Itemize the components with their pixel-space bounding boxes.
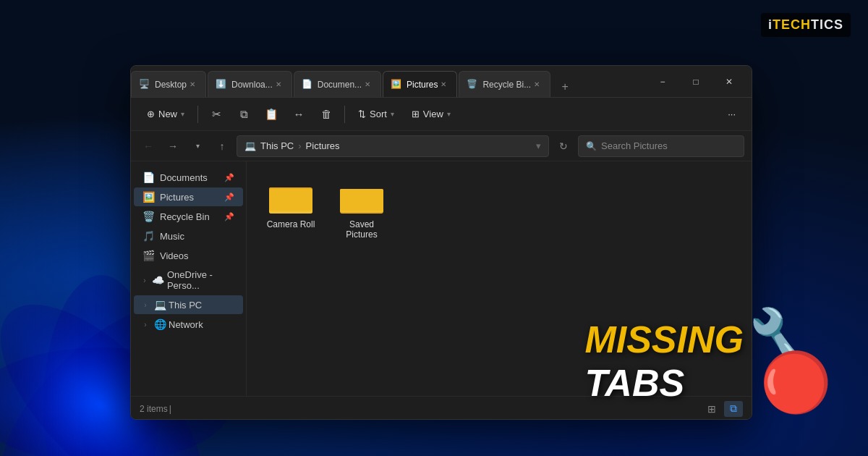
details-view-toggle[interactable]: ⊞ [702,401,721,417]
copy-button[interactable]: ⧉ [231,103,256,126]
network-icon: 🌐 [154,318,166,330]
tab-documents-label: Documen... [318,80,362,90]
view-label: View [423,109,443,119]
titlebar: 🖥️ Desktop ✕ ⬇️ Downloa... ✕ 📄 Documen..… [131,66,752,98]
documents-pin-icon: 📌 [224,173,234,182]
recent-button[interactable]: ▾ [187,136,208,156]
sidebar-item-music[interactable]: 🎵 Music [134,227,243,245]
delete-icon: 🗑 [321,108,332,120]
camera-roll-label: Camera Roll [267,219,315,229]
sidebar-group-network[interactable]: › 🌐 Network [134,315,243,334]
sidebar-item-documents[interactable]: 📄 Documents 📌 [134,168,243,187]
tab-recycle-label: Recycle Bi... [482,80,531,90]
statusbar-right: ⊞ ⧉ [702,401,743,417]
tab-desktop[interactable]: 🖥️ Desktop ✕ [131,71,206,97]
address-pictures: Pictures [306,140,340,151]
recycle-sidebar-icon: 🗑️ [142,211,154,222]
onedrive-expand-icon: › [140,274,150,286]
tab-documents[interactable]: 📄 Documen... ✕ [294,71,381,97]
sort-chevron: ▾ [391,110,394,118]
tab-downloads[interactable]: ⬇️ Downloa... ✕ [208,71,292,97]
window-controls: − □ ✕ [640,66,752,97]
sidebar-item-recycle[interactable]: 🗑️ Recycle Bin 📌 [134,207,243,226]
sidebar-item-videos[interactable]: 🎬 Videos [134,246,243,265]
search-icon: 🔍 [586,141,597,151]
add-tab-button[interactable]: + [555,77,575,97]
search-box[interactable]: 🔍 Search Pictures [578,135,744,157]
tab-recycle[interactable]: 🗑️ Recycle Bi... ✕ [459,71,550,97]
address-box[interactable]: 💻 This PC › Pictures ▾ [237,135,549,157]
address-thispc: This PC [260,140,294,151]
address-chevron-icon: ▾ [536,140,541,151]
toolbar-sep-2 [344,106,345,123]
sidebar-group-onedrive-label: OneDrive - Perso... [167,269,237,291]
address-bar: ← → ▾ ↑ 💻 This PC › Pictures ▾ ↻ 🔍 Searc… [131,131,752,161]
tab-pictures-close[interactable]: ✕ [438,79,449,90]
more-button[interactable]: ··· [720,105,743,123]
network-expand-icon: › [140,318,151,330]
tab-recycle-close[interactable]: ✕ [531,79,542,90]
thispc-expand-icon: › [140,299,151,311]
cursor-indicator: | [169,404,171,414]
back-button[interactable]: ← [138,136,158,156]
pictures-tab-icon: 🖼️ [391,79,402,90]
logo: iTECHTICS [761,13,851,37]
sidebar-item-videos-label: Videos [160,250,189,261]
sidebar-group-onedrive[interactable]: › ☁️ OneDrive - Perso... [134,266,243,295]
refresh-button[interactable]: ↻ [553,136,574,156]
tab-downloads-close[interactable]: ✕ [273,79,284,90]
sidebar: 📄 Documents 📌 🖼️ Pictures 📌 🗑️ Recycle B… [131,161,247,396]
sidebar-item-pictures[interactable]: 🖼️ Pictures 📌 [134,187,243,206]
tab-pictures-label: Pictures [407,80,438,90]
minimize-button[interactable]: − [646,70,679,93]
copy-icon: ⧉ [240,108,248,121]
view-icon: ⊞ [412,109,420,119]
move-button[interactable]: ↔ [286,103,311,126]
cut-button[interactable]: ✂ [204,103,229,126]
file-explorer-window: 🖥️ Desktop ✕ ⬇️ Downloa... ✕ 📄 Documen..… [130,65,752,420]
forward-button[interactable]: → [163,136,183,156]
sidebar-item-pictures-label: Pictures [160,192,194,203]
tab-desktop-close[interactable]: ✕ [187,79,198,90]
sidebar-group-thispc-label: This PC [169,300,202,311]
view-button[interactable]: ⊞ View ▾ [404,105,458,123]
svg-rect-12 [269,189,312,211]
logo-tics: TICS [811,17,843,32]
tab-documents-close[interactable]: ✕ [362,79,373,90]
up-button[interactable]: ↑ [212,136,232,156]
close-button[interactable]: ✕ [712,70,746,93]
search-placeholder: Search Pictures [601,140,668,151]
icon-view-toggle[interactable]: ⧉ [724,401,743,417]
folder-camera-roll[interactable]: Camera Roll [258,173,323,245]
new-button[interactable]: ⊕ New ▾ [140,105,192,123]
thispc-icon: 💻 [154,299,166,311]
pictures-icon: 🖼️ [142,191,154,203]
pictures-pin-icon: 📌 [224,193,234,202]
sort-label: Sort [370,109,387,119]
music-icon: 🎵 [142,230,154,242]
new-icon: ⊕ [147,109,155,119]
folder-saved-pictures[interactable]: Saved Pictures [329,173,394,245]
paste-button[interactable]: 📋 [259,103,284,126]
sidebar-group-thispc[interactable]: › 💻 This PC [134,295,243,314]
view-chevron: ▾ [447,110,451,118]
new-label: New [158,109,177,119]
move-icon: ↔ [294,108,305,120]
svg-rect-17 [340,189,383,211]
toolbar: ⊕ New ▾ ✂ ⧉ 📋 ↔ 🗑 ⇅ Sort ▾ ⊞ View ▾ [131,98,752,131]
sidebar-item-recycle-label: Recycle Bin [160,211,210,222]
camera-roll-folder-icon [268,179,314,216]
delete-button[interactable]: 🗑 [314,103,339,126]
desktop-tab-icon: 🖥️ [139,79,150,90]
documents-icon: 📄 [142,172,154,183]
sort-icon: ⇅ [358,109,366,119]
paste-icon: 📋 [265,108,278,121]
downloads-tab-icon: ⬇️ [216,79,227,90]
tab-pictures[interactable]: 🖼️ Pictures ✕ [383,71,457,97]
tab-desktop-label: Desktop [155,80,187,90]
sort-button[interactable]: ⇅ Sort ▾ [351,105,401,123]
maximize-button[interactable]: □ [679,70,712,93]
tab-downloads-label: Downloa... [231,80,273,90]
address-pc-icon: 💻 [244,140,256,151]
recycle-pin-icon: 📌 [224,212,234,221]
